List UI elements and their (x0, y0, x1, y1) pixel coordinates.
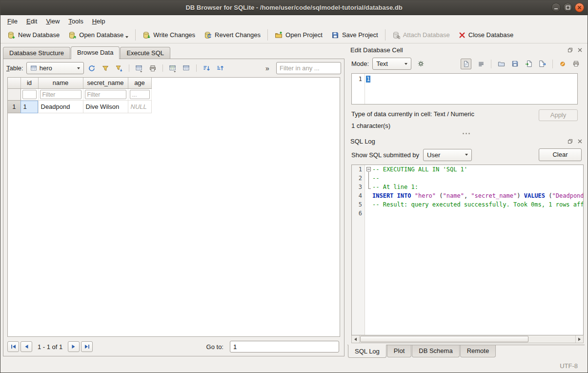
filter-input-age[interactable] (130, 90, 150, 99)
apply-button[interactable]: Apply (539, 109, 578, 121)
cell-id[interactable]: 1 (20, 101, 38, 113)
write-changes-button[interactable]: Write Changes (139, 29, 199, 41)
minimize-icon[interactable] (551, 3, 561, 12)
left-panel: Database Structure Browse Data Execute S… (0, 43, 345, 359)
open-database-button[interactable]: Open Database (64, 29, 132, 41)
fold-line (368, 172, 369, 188)
dock-splitter-handle[interactable] (347, 130, 585, 136)
tab-remote[interactable]: Remote (460, 345, 496, 357)
table-label: Table: (6, 64, 23, 72)
cell-age[interactable]: NULL (128, 101, 151, 113)
close-icon[interactable] (576, 47, 584, 54)
close-icon[interactable] (575, 3, 584, 12)
grid-corner[interactable] (8, 78, 20, 88)
column-header-age[interactable]: age (128, 78, 151, 88)
float-icon[interactable] (566, 47, 574, 54)
float-icon[interactable] (566, 138, 574, 145)
cell-name[interactable]: Deadpond (38, 101, 83, 113)
sort-desc-icon[interactable] (214, 62, 226, 74)
sort-asc-icon[interactable] (201, 62, 212, 74)
export-icon[interactable] (539, 60, 546, 67)
fold-marker-icon[interactable] (366, 167, 371, 171)
goto-label[interactable]: Go to: (202, 342, 228, 352)
settings-icon[interactable] (415, 58, 426, 70)
clear-button[interactable]: Clear (539, 148, 582, 161)
save-as-icon[interactable] (511, 60, 519, 67)
menu-edit[interactable]: Edit (22, 16, 41, 26)
row-header[interactable]: 1 (8, 101, 20, 113)
log-line: 4 INSERT INTO "hero" ("name", "secret_na… (352, 191, 583, 200)
open-project-button[interactable]: Open Project (271, 29, 326, 41)
next-record-icon[interactable] (68, 341, 80, 352)
refresh-icon[interactable] (86, 62, 98, 74)
open-file-icon[interactable] (498, 60, 505, 67)
scrollbar-track[interactable] (360, 335, 575, 343)
last-record-icon[interactable] (81, 341, 93, 352)
attach-database-button[interactable]: Attach Database (388, 29, 454, 41)
menu-help[interactable]: Help (88, 16, 110, 26)
scroll-left-icon[interactable] (352, 335, 360, 343)
column-header-name[interactable]: name (38, 78, 83, 88)
sql-log-view[interactable]: 1 -- EXECUTING ALL IN 'SQL 1' 2 -- 3 -- … (351, 165, 584, 335)
editor-content[interactable]: 1 (366, 76, 370, 83)
filter-input-id[interactable] (22, 90, 37, 99)
new-record-icon[interactable] (133, 62, 145, 74)
open-database-dropdown-icon[interactable] (125, 36, 128, 38)
print-icon[interactable] (572, 60, 580, 67)
column-header-secret-name[interactable]: secret_name (83, 78, 128, 88)
print-table-icon[interactable] (147, 62, 159, 74)
show-sql-selector[interactable]: User (423, 149, 472, 161)
goto-input[interactable] (230, 341, 339, 352)
import-icon[interactable] (525, 60, 532, 67)
export-record-icon[interactable] (181, 62, 192, 74)
tab-plot[interactable]: Plot (387, 345, 411, 357)
menu-tools[interactable]: Tools (64, 16, 87, 26)
tab-execute-sql[interactable]: Execute SQL (120, 47, 170, 59)
save-project-button[interactable]: Save Project (327, 29, 382, 41)
revert-changes-icon (204, 31, 212, 39)
tab-sql-log[interactable]: SQL Log (348, 345, 386, 358)
first-record-icon[interactable] (7, 341, 19, 352)
tab-browse-data[interactable]: Browse Data (71, 46, 120, 59)
maximize-icon[interactable] (563, 3, 572, 12)
mode-selector[interactable]: Text (372, 58, 411, 70)
table-selector[interactable]: hero (26, 62, 84, 74)
sql-log-hscrollbar[interactable] (351, 335, 584, 343)
cell-secret-name[interactable]: Dive Wilson (83, 101, 128, 113)
filter-input-name[interactable] (40, 90, 81, 99)
tab-database-structure[interactable]: Database Structure (3, 47, 70, 59)
scrollbar-thumb[interactable] (360, 336, 528, 342)
scroll-right-icon[interactable] (575, 335, 583, 343)
word-wrap-icon[interactable] (478, 61, 485, 67)
column-header-id[interactable]: id (20, 78, 38, 88)
close-database-button[interactable]: Close Database (455, 29, 518, 41)
filter-input-secret-name[interactable] (85, 90, 126, 99)
titlebar[interactable]: DB Browser for SQLite - /home/user/code/… (0, 0, 588, 15)
statusbar: UTF-8 (0, 359, 588, 373)
tab-db-schema[interactable]: DB Schema (412, 345, 459, 357)
new-database-button[interactable]: New Database (3, 29, 63, 41)
toolbar-overflow-icon[interactable]: » (262, 62, 273, 74)
log-line: 6 (352, 209, 583, 218)
toolbar-separator (491, 60, 491, 68)
filter-any-input[interactable] (276, 62, 341, 74)
set-null-icon[interactable] (559, 61, 566, 67)
cell-editor[interactable]: 1 1 (351, 73, 578, 104)
sql-log-filter-row: Show SQL submitted by User Clear (347, 146, 585, 164)
copy-record-icon[interactable] (167, 62, 179, 74)
text-mode-icon[interactable] (461, 59, 471, 69)
window-controls (551, 3, 584, 12)
close-icon[interactable] (576, 138, 584, 145)
table-selector-value: hero (40, 64, 75, 72)
save-filter-icon[interactable] (113, 62, 125, 74)
save-project-icon (331, 31, 339, 39)
window-title: DB Browser for SQLite - /home/user/code/… (185, 4, 402, 11)
menu-file[interactable]: File (3, 16, 22, 26)
menu-view[interactable]: View (41, 16, 64, 26)
revert-changes-button[interactable]: Revert Changes (200, 29, 264, 41)
previous-record-icon[interactable] (20, 341, 32, 352)
edit-cell-dock-header: Edit Database Cell (347, 45, 585, 55)
clear-filters-icon[interactable] (100, 62, 111, 74)
edit-cell-toolbar: Mode: Text (347, 55, 585, 72)
browse-toolbar: Table: hero (3, 59, 344, 76)
